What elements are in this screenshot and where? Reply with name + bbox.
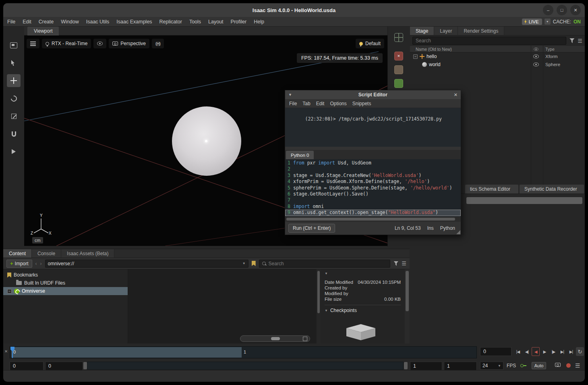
tree-item-bookmarks[interactable]: Bookmarks [3,271,128,279]
scrollbar-thumb[interactable] [317,271,320,313]
viewport-tool[interactable] [7,39,21,52]
menu-item-edit[interactable]: Edit [23,19,31,25]
next-frame-button[interactable]: ▶| [558,347,566,356]
icon-size-slider[interactable] [240,335,310,342]
bookmark-icon[interactable] [252,261,256,266]
table-row[interactable]: −helloXform [410,52,585,60]
fps-dropdown[interactable]: 24 ▼ [480,362,503,370]
timeline-range[interactable] [11,347,242,358]
type-column-header[interactable]: Type [545,47,555,52]
script-menu-snippets[interactable]: Snippets [352,101,371,106]
snap-tool[interactable] [7,127,21,140]
run-button[interactable]: Run (Ctrl + Enter) [288,224,335,233]
window-menu-icon[interactable]: ▼ [288,93,292,97]
checkpoints-header[interactable]: ▼ Checkpoints [325,308,401,313]
forward-icon[interactable]: › [40,261,42,266]
range-track[interactable] [87,362,404,370]
wireframe-cube-icon[interactable] [394,33,403,42]
menu-item-file[interactable]: File [7,19,15,25]
code-line[interactable]: 6stage.GetRootLayer().Save() [285,191,461,197]
menu-item-isaac-examples[interactable]: Isaac Examples [116,19,152,25]
path-bar[interactable]: ▼ [45,260,248,268]
code-editor[interactable]: 1from pxr import Usd, UsdGeom23stage = U… [285,159,461,217]
scrollbar-thumb[interactable] [406,271,409,311]
close-icon[interactable]: ✕ [4,349,8,354]
grid-view-icon[interactable] [303,337,307,341]
range-start-field[interactable]: 0 [45,362,83,370]
step-forward-button[interactable]: |▶ [549,347,557,356]
menu-item-layout[interactable]: Layout [208,19,224,25]
record-icon[interactable] [566,363,571,368]
scrollbar-thumb[interactable] [286,218,455,221]
menu-item-create[interactable]: Create [39,19,54,25]
back-icon[interactable]: ‹ [35,261,37,266]
tab-content[interactable]: Content [3,249,32,258]
options-menu-icon[interactable]: ☰ [578,38,582,44]
resize-grip[interactable] [456,230,460,234]
path-input[interactable] [48,261,242,266]
splitter[interactable] [285,147,461,150]
close-button[interactable]: ✕ [570,5,581,15]
timeline-menu-icon[interactable]: ☰ [575,362,580,369]
table-row[interactable]: worldSphere [410,60,585,69]
start-frame-field[interactable]: 0 [10,362,43,370]
rotate-tool[interactable] [7,92,21,105]
skip-to-end-button[interactable]: ▶| [567,347,575,356]
menu-item-window[interactable]: Window [61,19,79,25]
content-search-input[interactable] [269,261,388,266]
script-editor-titlebar[interactable]: ▼ Script Editor ✕ [285,90,461,99]
key-icon[interactable] [520,364,526,367]
renderer-button[interactable]: RTX - Real-Time [42,39,91,48]
play-button[interactable]: ▶ [540,347,549,356]
secondary-panel-field[interactable] [466,197,582,204]
menu-item-help[interactable]: Help [254,19,264,25]
tree-item-omniverse[interactable]: −Omniverse [3,287,128,295]
scale-tool[interactable] [7,110,21,123]
code-line[interactable]: 8import omni [285,204,461,210]
current-frame-field[interactable]: 0 [480,347,511,356]
skip-to-start-button[interactable]: |◀ [514,347,522,356]
tab-render-settings[interactable]: Render Settings [458,27,504,35]
script-menu-tab[interactable]: Tab [302,101,310,106]
green-cube-icon[interactable] [394,79,403,88]
step-back-button[interactable]: ◀| [523,347,531,356]
file-grid-area[interactable] [128,269,317,343]
collapse-icon[interactable]: ▼ [325,272,401,275]
name-column-header[interactable]: Name (Old to New) [416,47,452,52]
select-tool[interactable] [7,56,21,69]
horizontal-scrollbar[interactable] [285,217,461,222]
live-button[interactable]: LIVE [522,19,542,25]
code-line[interactable]: 9omni.usd.get_context().open_stage("Hell… [285,210,461,216]
visibility-button[interactable] [93,39,106,48]
menu-item-profiler[interactable]: Profiler [231,19,247,25]
scrollbar[interactable] [405,269,410,343]
move-tool[interactable] [7,74,21,87]
tree-item-built-in-urdf-files[interactable]: Built In URDF Files [3,279,128,287]
scrollbar[interactable] [317,269,321,343]
code-line[interactable]: 1from pxr import Usd, UsdGeom [285,160,461,166]
auto-button[interactable]: Auto [532,362,546,369]
loop-button[interactable]: ↻ [576,347,584,356]
code-line[interactable]: 4xformPrim = UsdGeom.Xform.Define(stage,… [285,179,461,185]
visibility-eye-icon[interactable] [533,62,539,67]
slider-thumb[interactable] [271,337,280,340]
viewport-settings-button[interactable] [27,39,39,48]
code-line[interactable]: 5spherePrim = UsdGeom.Sphere.Define(stag… [285,185,461,191]
tab-semantics-schema-editor[interactable]: tics Schema Editor [465,185,518,194]
dark-cube-icon[interactable] [394,65,403,74]
tab-layer[interactable]: Layer [434,27,458,35]
script-editor-window[interactable]: ▼ Script Editor ✕ FileTabEditOptionsSnip… [285,90,461,235]
timeline-track[interactable]: 0 1 [10,346,477,358]
tab-isaac-assets-beta[interactable]: Isaac Assets (Beta) [61,249,114,258]
script-menu-file[interactable]: File [289,101,297,106]
maximize-button[interactable]: □ [557,5,567,15]
filter-icon[interactable] [393,261,398,266]
menu-item-replicator[interactable]: Replicator [159,19,182,25]
expander-icon[interactable]: − [7,289,12,293]
collapse-icon[interactable]: ▼ [325,309,328,312]
filter-icon[interactable] [569,38,574,43]
script-menu-options[interactable]: Options [330,101,346,106]
minimize-button[interactable]: – [543,5,553,15]
expander-icon[interactable]: − [413,54,418,59]
camera-button[interactable]: Perspective [109,39,149,48]
